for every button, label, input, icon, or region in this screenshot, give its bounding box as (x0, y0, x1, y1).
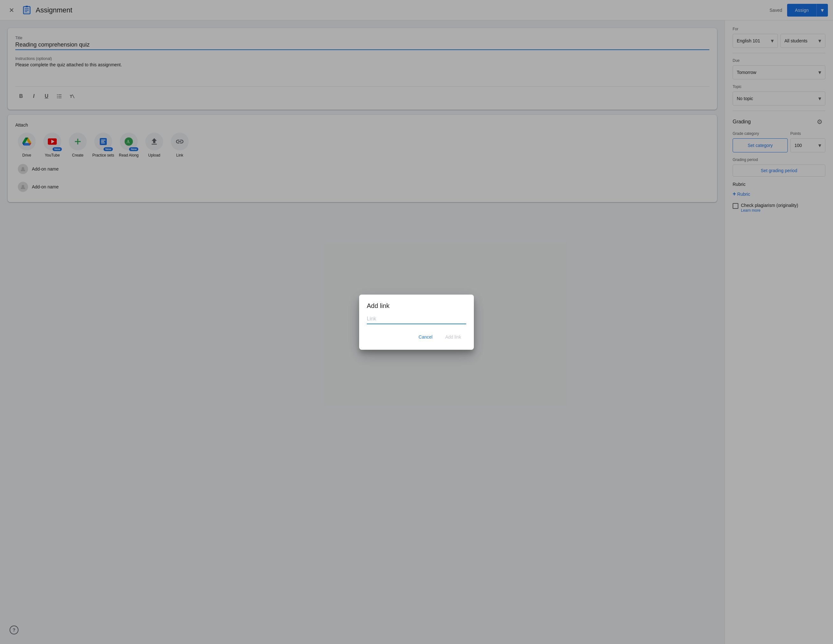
dialog-title: Add link (367, 302, 466, 309)
dialog-add-button[interactable]: Add link (440, 332, 466, 342)
add-link-dialog: Add link Cancel Add link (359, 295, 474, 350)
dialog-actions: Cancel Add link (367, 332, 466, 342)
link-input[interactable] (367, 316, 466, 324)
dialog-overlay[interactable]: Add link Cancel Add link (0, 0, 833, 644)
dialog-cancel-button[interactable]: Cancel (413, 332, 438, 342)
